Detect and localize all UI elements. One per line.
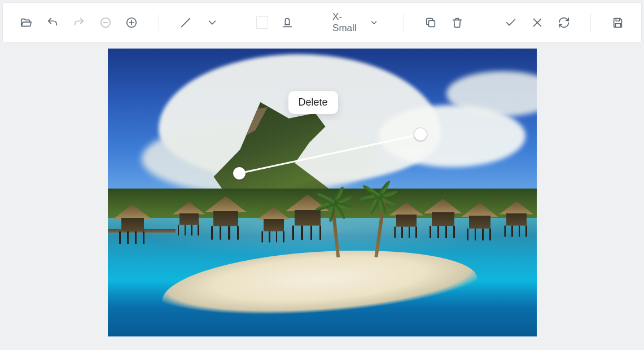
copy-button[interactable] xyxy=(423,15,439,30)
image-canvas[interactable]: Delete xyxy=(108,49,537,336)
image-backdrop xyxy=(318,191,352,213)
toolbar-divider xyxy=(590,14,591,32)
chevron-down-icon xyxy=(206,16,218,29)
context-menu-delete[interactable]: Delete xyxy=(299,97,328,108)
close-icon xyxy=(531,16,544,29)
line-tool-button[interactable] xyxy=(178,15,194,30)
line-icon xyxy=(179,16,192,29)
toolbar-divider xyxy=(159,14,159,32)
image-backdrop xyxy=(173,202,205,225)
reset-button[interactable] xyxy=(556,15,571,30)
svg-rect-2 xyxy=(428,20,435,27)
chevron-down-icon xyxy=(369,18,379,28)
check-icon xyxy=(505,16,517,29)
image-backdrop xyxy=(113,204,152,231)
apply-button[interactable] xyxy=(503,15,519,30)
image-backdrop xyxy=(424,199,462,226)
zoom-out-button[interactable] xyxy=(98,15,113,30)
line-handle-start[interactable] xyxy=(233,167,246,180)
delete-button[interactable] xyxy=(450,15,465,30)
zoom-in-icon xyxy=(125,16,138,29)
redo-icon xyxy=(73,16,85,29)
undo-icon xyxy=(46,16,59,29)
image-backdrop xyxy=(363,184,397,207)
cancel-button[interactable] xyxy=(530,15,545,30)
highlighter-icon xyxy=(281,16,293,29)
context-menu: Delete xyxy=(288,91,338,114)
image-backdrop xyxy=(204,196,247,226)
open-button[interactable] xyxy=(19,15,34,30)
trash-icon xyxy=(451,16,463,29)
zoom-out-icon xyxy=(99,16,112,29)
image-backdrop xyxy=(461,203,498,229)
highlighter-button[interactable] xyxy=(279,15,295,30)
toolbar: X-Small xyxy=(2,2,642,43)
redo-button[interactable] xyxy=(72,15,87,30)
canvas-area: Delete xyxy=(0,45,644,348)
image-backdrop xyxy=(499,201,533,225)
thickness-label: X-Small xyxy=(332,11,365,34)
zoom-in-button[interactable] xyxy=(124,15,139,30)
line-handle-end[interactable] xyxy=(414,128,427,141)
color-picker[interactable] xyxy=(256,16,268,29)
save-icon xyxy=(612,16,624,29)
thickness-picker[interactable]: X-Small xyxy=(327,11,384,34)
copy-icon xyxy=(424,16,437,29)
tool-dropdown-button[interactable] xyxy=(204,15,220,30)
rotate-icon xyxy=(558,16,570,29)
folder-open-icon xyxy=(20,16,32,29)
toolbar-divider xyxy=(404,14,404,32)
undo-button[interactable] xyxy=(45,15,60,30)
save-button[interactable] xyxy=(610,15,625,30)
